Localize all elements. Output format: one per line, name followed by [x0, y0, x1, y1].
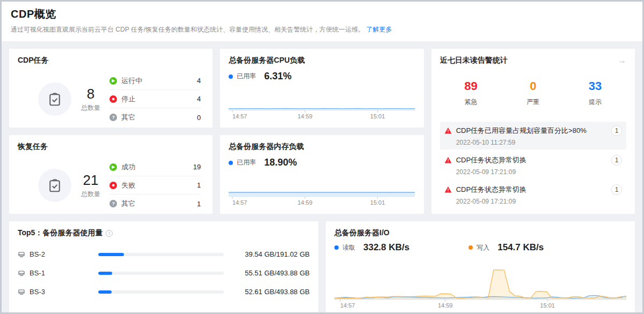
status-row-other: ? 其它 0: [109, 108, 201, 126]
usage-bar: [98, 272, 224, 275]
server-name: BS-2: [30, 250, 45, 258]
clipboard-icon: [38, 169, 71, 202]
warning-triangle-icon: [444, 127, 452, 134]
write-value: 154.7 KB/s: [497, 242, 544, 253]
alert-list: CDP任务已用容量占规划容量百分比>80% 1 2022-05-10 11:27…: [440, 122, 626, 208]
top5-title: Top5：备份服务器使用量: [18, 228, 103, 238]
learn-more-link[interactable]: 了解更多: [366, 26, 392, 33]
status-row-failed: ■ 失败 1: [109, 176, 201, 195]
server-name: BS-3: [30, 288, 45, 296]
server-usage-row: BS-2 39.54 GB/191.02 GB: [18, 245, 310, 264]
failed-status-icon: ■: [109, 182, 117, 189]
page-title: CDP概览: [11, 7, 633, 21]
stopped-status-icon: ■: [109, 95, 117, 103]
svg-text:14:59: 14:59: [298, 199, 313, 206]
alert-timestamp: 2022-05-09 17:21:09: [456, 168, 622, 176]
memory-usage-chart[interactable]: 14:5714:5915:01: [229, 175, 415, 207]
dashboard-content: CDP任务 8 总数量 ▶: [2, 41, 642, 314]
io-write-legend: 写入 154.7 KB/s: [469, 242, 603, 253]
recovery-tasks-status-list: ▶ 成功 19 ■ 失败 1 ? 其它 1: [109, 158, 201, 213]
alerts-stats: 89 紧急 0 严重 33 提示: [440, 79, 626, 107]
usage-value: 39.54 GB/191.02 GB: [224, 250, 310, 258]
svg-text:14:57: 14:57: [232, 113, 247, 119]
cdp-tasks-status-list: ▶ 运行中 4 ■ 停止 4 ? 其它 0: [109, 72, 201, 126]
info-icon[interactable]: i: [106, 230, 113, 237]
server-usage-row: BS-1 55.51 GB/493.88 GB: [18, 264, 310, 282]
status-value: 4: [197, 95, 201, 103]
svg-text:15:01: 15:01: [540, 302, 555, 309]
recovery-tasks-total-label: 总数量: [81, 190, 100, 199]
status-label: 成功: [121, 162, 193, 172]
top5-usage-card: Top5：备份服务器使用量 i BS-2 39.54 GB/191.02 GB: [9, 221, 318, 314]
alerts-card: 近七日未读告警统计 → 89 紧急 0 严重 33 提示: [431, 49, 635, 214]
status-row-running: ▶ 运行中 4: [109, 72, 201, 90]
critical-label: 紧急: [440, 98, 502, 107]
cpu-load-title: 总备份服务器CPU负载: [229, 56, 415, 65]
status-row-other: ? 其它 1: [109, 195, 201, 213]
warning-triangle-icon: [444, 186, 452, 193]
io-chart[interactable]: 14:5714:5915:01: [334, 266, 626, 310]
cdp-tasks-total-label: 总数量: [81, 103, 100, 113]
cdp-tasks-title: CDP任务: [18, 56, 204, 65]
read-value: 332.8 KB/s: [363, 242, 409, 253]
status-label: 其它: [121, 113, 197, 122]
backup-server-icon: [18, 288, 25, 296]
alert-title: CDP任务已用容量占规划容量百分比>80%: [456, 126, 607, 136]
memory-legend-label: 已用率: [237, 158, 256, 167]
svg-text:14:59: 14:59: [438, 302, 453, 309]
io-card: 总备份服务器I/O 读取 332.8 KB/s 写入 154.7 KB/s 14…: [326, 221, 635, 314]
usage-value: 52.61 GB/493.88 GB: [224, 288, 310, 296]
alert-count-badge: 1: [611, 155, 622, 166]
memory-load-card: 总备份服务器内存负载 已用率 18.90% 14:5714:5915:01: [220, 135, 423, 214]
question-status-icon: ?: [109, 114, 117, 121]
cdp-tasks-total: 8: [81, 86, 100, 102]
status-value: 19: [193, 163, 201, 171]
status-value: 4: [197, 77, 201, 85]
io-title: 总备份服务器I/O: [334, 228, 626, 238]
usage-bar: [98, 290, 224, 294]
alert-title: CDP任务状态异常切换: [456, 185, 607, 195]
cpu-usage-chart[interactable]: 14:5714:5915:01: [229, 89, 415, 121]
memory-usage-value: 18.90%: [264, 157, 297, 168]
server-usage-row: BS-3 52.61 GB/493.88 GB: [18, 282, 310, 301]
svg-text:15:01: 15:01: [370, 113, 385, 119]
status-value: 1: [197, 200, 201, 208]
critical-count: 89: [440, 79, 502, 93]
alert-title: CDP任务状态异常切换: [456, 155, 607, 165]
success-status-icon: ▶: [109, 163, 117, 171]
arrow-right-icon[interactable]: →: [618, 56, 626, 65]
cpu-legend-dot: [229, 74, 233, 79]
backup-server-icon: [18, 270, 25, 277]
status-row-stopped: ■ 停止 4: [109, 90, 201, 108]
alert-item[interactable]: CDP任务状态异常切换 1 2022-05-09 17:21:09: [440, 151, 626, 179]
read-label: 读取: [342, 243, 355, 252]
status-value: 1: [197, 181, 201, 189]
recovery-tasks-title: 恢复任务: [18, 142, 204, 152]
status-label: 其它: [121, 199, 197, 208]
read-legend-dot: [334, 245, 339, 250]
alert-stat-notice: 33 提示: [564, 79, 626, 107]
usage-value: 55.51 GB/493.88 GB: [224, 269, 310, 277]
notice-label: 提示: [564, 98, 626, 107]
alert-item[interactable]: CDP任务状态异常切换 1 2022-05-09 17:21:09: [440, 181, 626, 208]
memory-legend-dot: [229, 161, 233, 165]
alert-timestamp: 2022-05-10 11:27:59: [456, 139, 622, 146]
status-row-success: ▶ 成功 19: [109, 158, 201, 176]
page-header: CDP概览 通过可视化视图直观展示当前云平台 CDP 任务/恢复任务的数量和状态…: [2, 2, 642, 41]
page-subtitle: 通过可视化视图直观展示当前云平台 CDP 任务/恢复任务的数量和状态统计、容量使…: [11, 25, 633, 34]
io-read-legend: 读取 332.8 KB/s: [334, 242, 469, 253]
usage-bar: [98, 253, 224, 256]
status-label: 失败: [121, 181, 197, 190]
alert-stat-critical: 89 紧急: [440, 79, 502, 107]
cdp-tasks-card: CDP任务 8 总数量 ▶: [9, 49, 213, 128]
severe-label: 严重: [502, 98, 564, 107]
svg-text:15:01: 15:01: [370, 199, 385, 206]
clipboard-icon: [38, 83, 71, 116]
status-label: 运行中: [121, 76, 197, 86]
recovery-tasks-total: 21: [81, 172, 100, 189]
alert-timestamp: 2022-05-09 17:21:09: [456, 198, 622, 205]
cpu-legend-label: 已用率: [237, 72, 256, 81]
alert-count-badge: 1: [611, 184, 622, 195]
alert-stat-severe: 0 严重: [502, 79, 564, 107]
alert-item[interactable]: CDP任务已用容量占规划容量百分比>80% 1 2022-05-10 11:27…: [440, 122, 626, 149]
